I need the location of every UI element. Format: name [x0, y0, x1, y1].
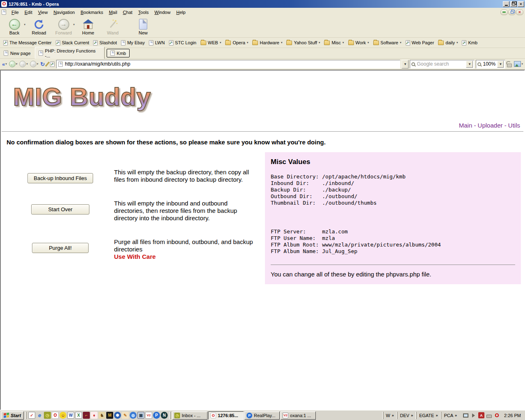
acrobat-icon[interactable]: A	[478, 412, 484, 418]
url-dropdown-button[interactable]: ▼	[402, 60, 409, 68]
home-button[interactable]: Home	[76, 17, 100, 35]
rewind-button[interactable]: «▾	[2, 60, 7, 68]
mdi-minimize-button[interactable]	[500, 9, 508, 15]
wand-login-button[interactable]	[46, 60, 48, 68]
images-toggle-button[interactable]: ▾	[514, 60, 523, 68]
bookmark-folder[interactable]: Work▾	[347, 39, 371, 46]
menu-bookmarks[interactable]: Bookmarks	[78, 9, 106, 16]
menu-window[interactable]: Window	[152, 9, 173, 16]
excel-icon[interactable]: X	[75, 412, 82, 419]
bookmark-item[interactable]: Kmb	[460, 39, 479, 46]
toolbar-group-pca[interactable]: PCA»	[442, 411, 459, 420]
bookmark-item[interactable]: STC Login	[167, 39, 198, 46]
fast-forward-button[interactable]: →▾	[30, 60, 39, 68]
forward-nav-button[interactable]: →▾	[19, 60, 28, 68]
start-button[interactable]: Start	[1, 411, 24, 420]
compose-mail-icon[interactable]: ✓	[28, 412, 35, 419]
zoom-dropdown[interactable]: ▼	[497, 61, 504, 68]
nav-link-main[interactable]: Main	[459, 122, 472, 129]
purge-all-button[interactable]: Purge All!	[32, 243, 89, 253]
bookmark-item[interactable]: Slashdot	[91, 39, 119, 46]
paint-icon[interactable]: ✎	[122, 412, 129, 419]
bookmark-item[interactable]: LWN	[147, 39, 167, 46]
bookmark-folder[interactable]: Hardware▾	[251, 39, 284, 46]
menu-chat[interactable]: Chat	[120, 9, 135, 16]
bookmark-item[interactable]: Web Pager	[404, 39, 436, 46]
forward-button[interactable]: → ▾ Forward	[52, 17, 75, 35]
organizer-icon[interactable]: ◷	[44, 412, 51, 419]
messenger-icon[interactable]: P	[153, 412, 160, 419]
bookmark-folder[interactable]: WEB▾	[199, 39, 223, 46]
mdi-close-button[interactable]: ×	[516, 9, 523, 15]
security-button[interactable]	[507, 60, 512, 68]
nav-link-utils[interactable]: Utils	[508, 122, 520, 129]
printer-icon[interactable]	[486, 412, 492, 418]
bookmark-folder[interactable]: daily▾	[436, 39, 459, 46]
bookmark-folder[interactable]: Opera▾	[224, 39, 250, 46]
search-engine-dropdown[interactable]: ▼	[466, 61, 473, 68]
menu-file[interactable]: File	[9, 9, 22, 16]
remote-desktop-icon[interactable]: ▣	[137, 412, 144, 419]
taskbar-window-vnc[interactable]: V2 oxana:1 ...	[281, 411, 316, 420]
search-input[interactable]: Google search ▼	[410, 60, 475, 68]
wand-button[interactable]: Wand	[101, 17, 125, 35]
validate-button[interactable]	[50, 60, 55, 68]
menu-navigation[interactable]: Navigation	[50, 9, 78, 16]
minimize-button[interactable]	[503, 1, 509, 7]
zoom-control[interactable]: 100% ▼	[476, 60, 505, 68]
toolbar-group-w[interactable]: W»	[384, 411, 395, 420]
chevron-right-icon[interactable]: »	[392, 413, 394, 418]
new-page-tab-button[interactable]: New page	[2, 50, 33, 57]
volume-icon[interactable]	[470, 412, 477, 418]
url-field[interactable]: http://oxana/mig/kmb/utils.php	[56, 60, 400, 68]
word-icon[interactable]: W	[67, 412, 74, 419]
new-page-button[interactable]: New	[131, 17, 155, 35]
mdi-restore-button[interactable]	[508, 9, 516, 15]
back-nav-button[interactable]: ←▾	[9, 60, 18, 68]
chevron-right-icon[interactable]: »	[436, 413, 438, 418]
taskbar-window-inbox[interactable]: ◷ Inbox - ...	[172, 411, 208, 420]
start-over-button[interactable]: Start Over	[31, 204, 89, 215]
chevron-down-icon[interactable]: ▾	[73, 23, 75, 26]
ie-icon[interactable]: e	[36, 412, 43, 419]
vnc-icon[interactable]: V2	[145, 412, 152, 419]
backup-inbound-files-button[interactable]: Back-up Inbound Files	[27, 173, 93, 183]
toolbar-group-egate[interactable]: EGATE»	[418, 411, 440, 420]
opera-icon[interactable]: O	[52, 412, 59, 419]
mcafee-icon[interactable]: M	[106, 412, 113, 419]
bookmark-folder[interactable]: Software▾	[372, 39, 403, 46]
pet-icon[interactable]: ♞	[98, 412, 105, 419]
display-icon[interactable]	[463, 412, 469, 418]
chevron-down-icon[interactable]: ▾	[24, 23, 25, 26]
restore-button[interactable]	[510, 1, 517, 7]
chevron-right-icon[interactable]: »	[411, 413, 413, 418]
toolbar-group-dev[interactable]: DEV»	[398, 411, 415, 420]
taskbar-window-realplayer[interactable]: P RealPlay...	[244, 411, 280, 420]
refresh-page-button[interactable]: ↻	[40, 60, 45, 68]
menu-tools[interactable]: Tools	[135, 9, 152, 16]
back-button[interactable]: ← ▾ Back	[2, 17, 26, 35]
chevron-right-icon[interactable]: »	[455, 413, 457, 418]
taskbar-window-opera[interactable]: O 1276:85...	[208, 411, 244, 420]
menu-mail[interactable]: Mail	[106, 9, 120, 16]
tab-kmb[interactable]: Kmb	[107, 49, 130, 57]
menu-edit[interactable]: Edit	[22, 9, 35, 16]
reload-button[interactable]: Reload	[27, 17, 51, 35]
bookmark-folder[interactable]: Misc▾	[322, 39, 345, 46]
icq-icon[interactable]: ✽	[114, 412, 121, 419]
nav-link-uploader[interactable]: Uploader	[478, 122, 503, 129]
opera-tray-icon[interactable]: O	[494, 412, 500, 418]
irc-devil-icon[interactable]: ♦	[91, 412, 98, 419]
menu-help[interactable]: Help	[173, 9, 189, 16]
yahoo-messenger-icon[interactable]: ☺	[59, 412, 66, 419]
close-button[interactable]: ×	[518, 1, 524, 7]
key-icon[interactable]: ⌐	[83, 412, 90, 419]
menu-view[interactable]: View	[35, 9, 51, 16]
bookmark-item[interactable]: Slack Current	[54, 39, 91, 46]
netscape-icon[interactable]: N	[161, 412, 168, 419]
tab-php-directory-functions[interactable]: PHP: Directory Functions -...	[35, 47, 105, 60]
globe-icon[interactable]: ◍	[130, 412, 137, 419]
bookmark-folder[interactable]: Yahoo Stuff▾	[285, 39, 322, 46]
bookmark-item[interactable]: The Message Center	[2, 39, 53, 46]
bookmark-item[interactable]: My Ebay	[119, 39, 146, 46]
